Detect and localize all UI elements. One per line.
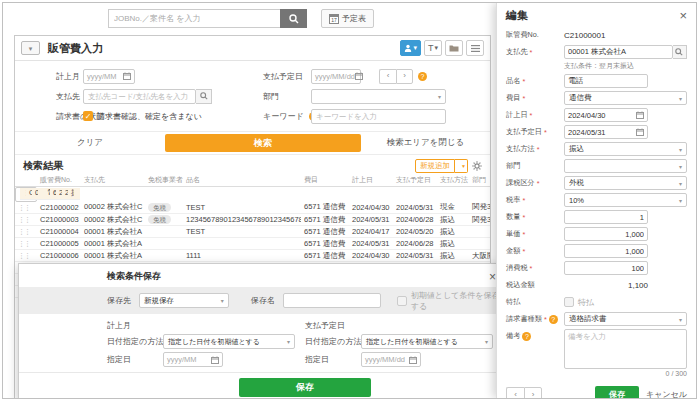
prev-record-button[interactable]: ‹ xyxy=(506,387,524,399)
payee-input[interactable] xyxy=(564,45,673,59)
chevron-down-icon: ▾ xyxy=(413,44,417,52)
search-button[interactable] xyxy=(280,9,307,28)
row-grip-icon[interactable]: ⋮⋮ xyxy=(18,204,30,211)
cell-date: 2024/05/31 xyxy=(349,238,393,250)
help-icon[interactable]: ? xyxy=(549,315,558,324)
close-search-area-button[interactable]: 検索エリアを閉じる xyxy=(361,137,490,149)
invoice-status-checkbox[interactable]: ✓ xyxy=(83,111,93,121)
item-name-input[interactable] xyxy=(564,74,648,88)
add-new-button[interactable]: 新規追加 xyxy=(415,159,455,173)
add-new-dropdown-button[interactable]: ▼ xyxy=(455,159,468,173)
dialog-title: 検索条件保存 xyxy=(107,270,161,283)
table-row[interactable]: ⋮⋮C2100000400001 株式会社ATEST6571 通信費2024/0… xyxy=(15,226,491,238)
column-header: 免税事業者等 xyxy=(145,175,183,186)
invoice-type-select[interactable]: 適格請求書▾ xyxy=(564,312,687,326)
cell-payee: 00002 株式会社C xyxy=(81,202,145,214)
keyword-input[interactable] xyxy=(311,109,446,124)
cell-item xyxy=(183,238,301,250)
dialog-save-button[interactable]: 保存 xyxy=(239,378,371,397)
payment-due-section: 支払予定日 日付指定の方法 指定した日付を初期値とする▾ 指定日 yyyy/MM… xyxy=(305,320,503,370)
save-name-input[interactable] xyxy=(283,293,381,308)
tax-rate-select[interactable]: 10%▾ xyxy=(564,193,687,207)
payee-label: 支払先* xyxy=(506,47,564,57)
cell-dept: 関発3課 xyxy=(469,214,491,226)
cell-dept xyxy=(469,238,491,250)
table-row[interactable]: ⋮⋮C2100000100001 株式会社A電話6571 通信費2024/04/… xyxy=(15,187,37,202)
help-icon[interactable]: ? xyxy=(418,72,427,81)
chevron-down-icon: ▾ xyxy=(679,197,682,204)
next-record-button[interactable]: › xyxy=(524,387,542,399)
save-target-row: 保存先 新規保存▾ 保存名 初期値として条件を保存する xyxy=(19,287,506,314)
consumption-tax-input[interactable] xyxy=(564,261,648,275)
gear-icon[interactable] xyxy=(472,161,482,171)
department-select[interactable]: ▾ xyxy=(564,159,687,173)
payment-method-select[interactable]: 振込▾ xyxy=(564,142,687,156)
folder-button[interactable] xyxy=(445,40,463,56)
text-size-button[interactable]: T▾ xyxy=(424,40,442,56)
table-row[interactable]: ⋮⋮C2100000500001 株式会社A6571 通信費2024/05/31… xyxy=(15,238,491,250)
cell-due: 2024/05/31 xyxy=(393,202,437,214)
specified-date-input[interactable]: yyyy/MM xyxy=(163,352,223,367)
row-grip-icon[interactable]: ⋮⋮ xyxy=(18,240,30,247)
date-method-select[interactable]: 指定した日付を初期値とする▾ xyxy=(163,334,295,349)
calendar-icon xyxy=(355,72,363,80)
cell-date: 2024/04/30 xyxy=(349,250,393,262)
specified-date-input[interactable]: yyyy/MM/dd xyxy=(361,352,421,367)
amount-input[interactable] xyxy=(564,244,648,258)
cell-no: C21000006 xyxy=(37,250,81,262)
edit-cancel-button[interactable]: キャンセル xyxy=(646,389,687,398)
schedule-button[interactable]: 17 予定表 xyxy=(321,9,374,28)
collapse-toggle-button[interactable]: ▾ xyxy=(21,41,40,55)
department-label: 部門 xyxy=(506,161,564,171)
job-search-input[interactable] xyxy=(108,9,280,28)
cell-no: C21000004 xyxy=(37,226,81,238)
next-date-button[interactable]: › xyxy=(396,69,413,84)
expense-type-label: 費目* xyxy=(506,93,564,103)
expense-type-select[interactable]: 通信費▾ xyxy=(564,91,687,105)
menu-button[interactable] xyxy=(466,40,484,56)
date-method-select[interactable]: 指定した日付を初期値とする▾ xyxy=(361,334,493,349)
amount-label: 金額* xyxy=(506,246,564,256)
clear-button[interactable]: クリア xyxy=(15,137,165,149)
payee-search-button[interactable] xyxy=(196,89,212,104)
save-conditions-dialog: 検索条件保存 × 保存先 新規保存▾ 保存名 初期値として条件を保存する 計上月… xyxy=(18,263,507,399)
unit-price-input[interactable] xyxy=(564,227,648,241)
prev-date-button[interactable]: ‹ xyxy=(379,69,396,84)
search-submit-button[interactable]: 検索 xyxy=(165,134,361,152)
cell-due: 2024/06/28 xyxy=(393,214,437,226)
tax-division-select[interactable]: 外税▾ xyxy=(564,176,687,190)
accounting-month-section: 計上月 日付指定の方法 指定した日付を初期値とする▾ 指定日 yyyy/MM xyxy=(107,320,305,370)
note-textarea[interactable] xyxy=(564,329,687,369)
payee-input[interactable] xyxy=(83,89,196,104)
panel-header: ▾ 販管費入力 ▾ T▾ xyxy=(15,36,490,60)
table-row[interactable]: ⋮⋮C2100000600001 株式会社A11116571 通信費2024/0… xyxy=(15,250,491,262)
column-header: 費目 xyxy=(301,175,349,186)
chevron-down-icon: ▾ xyxy=(287,338,290,345)
row-grip-icon[interactable]: ⋮⋮ xyxy=(18,228,30,235)
column-header: 支払予定日 xyxy=(393,175,437,186)
edit-panel-title: 編集 xyxy=(506,8,528,23)
department-select[interactable]: ▾ xyxy=(311,89,446,104)
save-to-select[interactable]: 新規保存▾ xyxy=(139,293,229,308)
payment-due-input[interactable]: yyyy/MM/dd xyxy=(311,69,361,84)
cell-due: 2024/05/20 xyxy=(393,226,437,238)
help-icon[interactable]: ? xyxy=(522,332,531,341)
edit-save-button[interactable]: 保存 xyxy=(595,386,639,398)
table-row[interactable]: ⋮⋮C2100000200002 株式会社C免税TEST6571 通信費2024… xyxy=(15,202,491,214)
cell-no: C21000003 xyxy=(37,214,81,226)
cell-method: 振込 xyxy=(437,250,469,262)
accounting-date-input[interactable]: 2024/04/30 xyxy=(564,108,648,122)
close-icon[interactable]: × xyxy=(679,9,687,22)
table-row[interactable]: ⋮⋮C2100000300002 株式会社C免税1234567890123456… xyxy=(15,214,491,226)
row-grip-icon[interactable]: ⋮⋮ xyxy=(18,252,30,259)
row-grip-icon[interactable]: ⋮⋮ xyxy=(18,216,30,223)
close-icon[interactable]: × xyxy=(489,271,496,283)
payment-due-input[interactable]: 2024/05/31 xyxy=(564,125,648,139)
special-payment-checkbox[interactable] xyxy=(564,297,574,307)
user-menu-button[interactable]: ▾ xyxy=(400,40,421,56)
payee-search-button[interactable] xyxy=(673,45,687,59)
quantity-input[interactable] xyxy=(564,210,648,224)
quantity-label: 数量* xyxy=(506,212,564,222)
save-as-default-checkbox[interactable] xyxy=(397,296,407,306)
accounting-month-input[interactable]: yyyy/MM xyxy=(83,69,135,84)
